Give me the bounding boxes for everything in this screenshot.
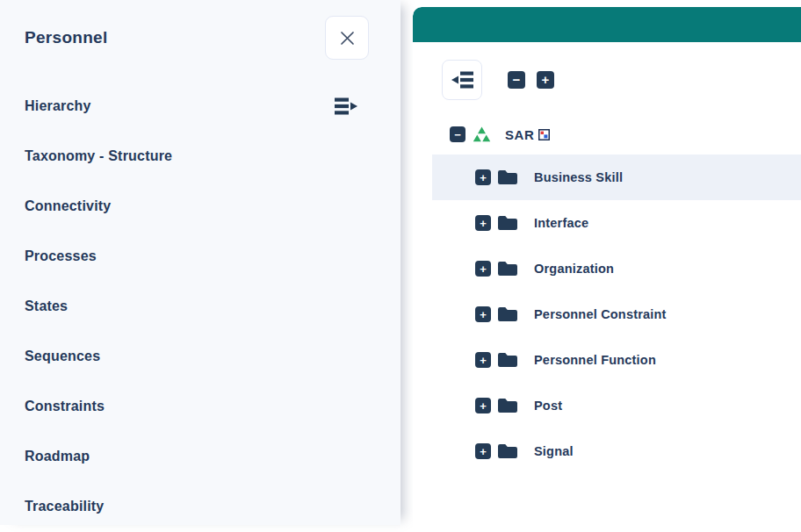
tree-node-signal[interactable]: + Signal: [413, 428, 801, 474]
expand-node-button[interactable]: +: [475, 261, 491, 277]
plus-icon: +: [480, 399, 487, 413]
folder-icon: [497, 260, 518, 277]
sidebar-item-states[interactable]: States: [0, 281, 400, 331]
sidebar-item-label: Traceability: [25, 499, 104, 514]
sidebar-item-label: Taxonomy - Structure: [25, 148, 172, 164]
sidebar-item-processes[interactable]: Processes: [0, 231, 400, 281]
collapse-root-button[interactable]: −: [450, 126, 465, 142]
tree-node-organization[interactable]: + Organization: [413, 246, 801, 291]
expand-node-button[interactable]: +: [475, 352, 491, 368]
close-icon: [340, 31, 355, 46]
tree-node-label: Personnel Constraint: [534, 307, 667, 321]
tree-node-label: Organization: [534, 262, 614, 276]
sidebar-item-taxonomy-structure[interactable]: Taxonomy - Structure: [0, 131, 400, 181]
personnel-sidebar: Personnel Hierarchy: [0, 0, 400, 525]
sidebar-menu: Hierarchy Taxonomy - Structure Connectiv…: [0, 81, 400, 531]
collapse-list-icon: [451, 70, 474, 90]
model-badge-icon: [538, 129, 550, 140]
minus-icon: −: [454, 128, 461, 141]
tree-node-label: Personnel Function: [534, 353, 656, 367]
expand-node-button[interactable]: +: [475, 169, 491, 185]
folder-icon: [497, 442, 518, 460]
plus-icon: +: [480, 262, 487, 276]
expand-node-button[interactable]: +: [475, 215, 491, 231]
tree-root-label: SAR: [505, 127, 534, 142]
plus-icon: +: [542, 72, 550, 88]
model-tree: − SAR: [413, 121, 801, 474]
sidebar-item-constraints[interactable]: Constraints: [0, 381, 400, 431]
plus-icon: +: [480, 354, 487, 367]
panel-header-bar: [413, 7, 801, 42]
folder-icon: [497, 306, 518, 323]
plus-icon: +: [480, 217, 487, 230]
sidebar-item-hierarchy[interactable]: Hierarchy: [0, 81, 400, 131]
collapse-node-button[interactable]: −: [508, 71, 525, 89]
sidebar-item-label: Connectivity: [25, 198, 111, 214]
tree-node-personnel-constraint[interactable]: + Personnel Constraint: [413, 291, 801, 337]
triforce-icon: [473, 126, 491, 142]
sidebar-item-label: Sequences: [25, 349, 100, 364]
sidebar-item-connectivity[interactable]: Connectivity: [0, 181, 400, 231]
expand-node-button[interactable]: +: [475, 398, 491, 413]
page-title: Personnel: [25, 28, 108, 47]
folder-icon: [497, 351, 518, 369]
sidebar-item-label: Hierarchy: [25, 98, 91, 114]
sidebar-item-sequences[interactable]: Sequences: [0, 331, 400, 381]
tree-node-label: Signal: [534, 444, 574, 458]
expand-node-button[interactable]: +: [475, 306, 491, 322]
sidebar-item-traceability[interactable]: Traceability: [0, 481, 400, 531]
minus-icon: −: [513, 72, 521, 88]
tree-toolbar: − +: [413, 60, 801, 100]
folder-icon: [497, 397, 518, 414]
sidebar-item-label: States: [25, 298, 68, 314]
list-arrow-right-icon: [335, 97, 358, 116]
expand-node-button[interactable]: +: [475, 443, 491, 459]
tree-node-label: Interface: [534, 216, 588, 230]
panel-body: − + −: [413, 42, 801, 474]
sidebar-item-label: Processes: [25, 248, 97, 264]
page: Personnel Hierarchy: [0, 0, 801, 532]
collapse-all-button[interactable]: [442, 60, 482, 100]
tree-node-label: Business Skill: [534, 170, 623, 184]
sidebar-item-label: Constraints: [25, 399, 105, 414]
folder-icon: [497, 169, 518, 186]
sidebar-item-roadmap[interactable]: Roadmap: [0, 431, 400, 481]
plus-icon: +: [480, 171, 487, 184]
folder-icon: [497, 214, 518, 232]
tree-node-interface[interactable]: + Interface: [413, 200, 801, 246]
sidebar-item-label: Roadmap: [25, 449, 90, 464]
tree-node-business-skill[interactable]: + Business Skill: [432, 155, 801, 200]
plus-icon: +: [480, 308, 487, 321]
sidebar-header: Personnel: [0, 0, 400, 60]
close-button[interactable]: [325, 16, 369, 60]
tree-node-post[interactable]: + Post: [413, 383, 801, 428]
tree-node-personnel-function[interactable]: + Personnel Function: [413, 337, 801, 383]
hierarchy-panel: − + −: [413, 7, 801, 532]
tree-root-sar[interactable]: − SAR: [413, 121, 801, 147]
tree-node-label: Post: [534, 399, 562, 413]
expand-node-button[interactable]: +: [537, 71, 554, 89]
plus-icon: +: [480, 445, 487, 458]
